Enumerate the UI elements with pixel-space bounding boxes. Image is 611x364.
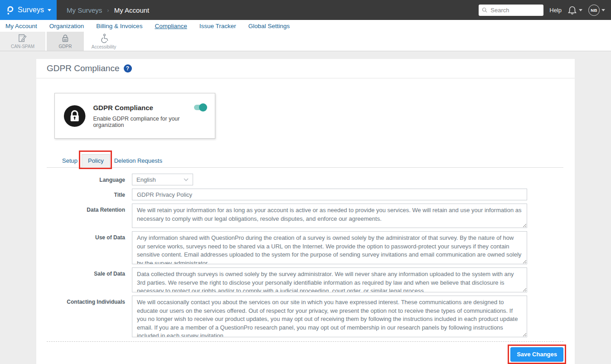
save-row: Save Changes [36, 347, 575, 362]
tab-can-spam-label: CAN-SPAM [11, 44, 34, 49]
tab-gdpr-label: GDPR [59, 44, 72, 49]
gdpr-enable-card: GDPR Compliance Enable GDPR compliance f… [54, 93, 215, 139]
use-of-data-label: Use of Data [36, 231, 125, 264]
panel-header: GDPR Compliance ? [36, 59, 575, 78]
dashed-divider [47, 341, 563, 342]
language-select[interactable]: English [132, 174, 193, 185]
surveys-menu-button[interactable]: Surveys [0, 0, 57, 20]
questionpro-logo-icon [5, 5, 14, 15]
save-button-wrapper: Save Changes [510, 347, 563, 362]
contacting-individuals-label: Contacting Individuals [36, 296, 125, 337]
help-question-icon[interactable]: ? [124, 64, 132, 73]
breadcrumb: My Surveys › My Account [67, 6, 149, 14]
sale-of-data-label: Sale of Data [36, 267, 125, 292]
subnav-item-compliance[interactable]: Compliance [155, 23, 187, 29]
search-input[interactable] [490, 6, 540, 14]
subnav-item-global-settings[interactable]: Global Settings [248, 23, 290, 29]
document-pencil-icon [18, 34, 28, 43]
accessibility-icon [99, 34, 108, 43]
policy-form: Language English Title Data Rete [36, 174, 575, 337]
chevron-down-icon [601, 9, 605, 11]
chevron-down-icon [184, 178, 189, 181]
subnav-item-my-account[interactable]: My Account [5, 23, 37, 29]
chevron-down-icon [48, 9, 51, 11]
notification-bell-icon [567, 5, 577, 15]
language-label: Language [36, 174, 125, 185]
breadcrumb-parent-link[interactable]: My Surveys [67, 6, 102, 14]
tab-gdpr[interactable]: GDPR [47, 32, 84, 51]
page-title: GDPR Compliance [47, 63, 120, 73]
data-retention-row: Data Retention We will retain your infor… [36, 204, 575, 228]
top-navigation-bar: Surveys My Surveys › My Account Help NB [0, 0, 611, 20]
tab-accessibility-label: Accessibility [92, 44, 116, 49]
gdpr-toggle-switch[interactable] [194, 105, 206, 110]
padlock-icon [61, 34, 70, 43]
gdpr-card-text: GDPR Compliance Enable GDPR compliance f… [93, 104, 206, 128]
tab-policy-wrapper: Policy [82, 154, 110, 168]
language-selected-value: English [136, 176, 156, 183]
gdpr-subtabs: Setup Policy Deletion Requests [47, 154, 563, 168]
gdpr-compliance-panel: GDPR Compliance ? GDPR Compliance Enable… [36, 59, 575, 364]
topbar-right-controls: Help NB [479, 5, 611, 16]
contacting-individuals-row: Contacting Individuals We will occasiona… [36, 296, 575, 337]
avatar: NB [588, 5, 600, 16]
tab-accessibility[interactable]: Accessibility [84, 32, 124, 51]
tab-policy[interactable]: Policy [82, 154, 110, 168]
tab-can-spam[interactable]: CAN-SPAM [0, 32, 45, 51]
search-box[interactable] [479, 5, 543, 16]
lock-icon [63, 104, 86, 128]
breadcrumb-current: My Account [114, 6, 150, 14]
breadcrumb-separator: › [107, 7, 109, 14]
language-row: Language English [36, 174, 575, 185]
contacting-individuals-textarea[interactable]: We will occasionally contact you about t… [132, 296, 527, 337]
help-link[interactable]: Help [549, 7, 562, 14]
tab-deletion-requests[interactable]: Deletion Requests [110, 155, 166, 167]
subnav-item-organization[interactable]: Organization [49, 23, 84, 29]
save-changes-button[interactable]: Save Changes [510, 347, 563, 362]
title-input[interactable] [132, 189, 527, 200]
toggle-knob [199, 103, 207, 112]
chevron-down-icon [579, 9, 582, 11]
user-menu[interactable]: NB [588, 5, 605, 16]
tab-setup[interactable]: Setup [58, 155, 82, 167]
use-of-data-row: Use of Data Any information shared with … [36, 231, 575, 264]
notifications-menu[interactable] [567, 5, 582, 15]
data-retention-label: Data Retention [36, 204, 125, 228]
subnav-item-issue-tracker[interactable]: Issue Tracker [199, 23, 236, 29]
subnav-item-billing-invoices[interactable]: Billing & Invoices [96, 23, 142, 29]
sale-of-data-row: Sale of Data Data collected through surv… [36, 267, 575, 292]
use-of-data-textarea[interactable]: Any information shared with QuestionPro … [132, 231, 527, 264]
title-label: Title [36, 189, 125, 200]
gdpr-card-description: Enable GDPR compliance for your organiza… [93, 116, 206, 128]
data-retention-textarea[interactable]: We will retain your information for as l… [132, 204, 527, 228]
surveys-menu-label: Surveys [18, 6, 44, 14]
account-subnav: My Account Organization Billing & Invoic… [0, 20, 611, 32]
search-icon [482, 7, 487, 13]
compliance-section-tabs: CAN-SPAM GDPR Accessibility [0, 32, 611, 51]
gdpr-card-title: GDPR Compliance [93, 104, 206, 112]
title-row: Title [36, 189, 575, 200]
sale-of-data-textarea[interactable]: Data collected through surveys is owned … [132, 267, 527, 292]
page-background: GDPR Compliance ? GDPR Compliance Enable… [0, 51, 611, 364]
